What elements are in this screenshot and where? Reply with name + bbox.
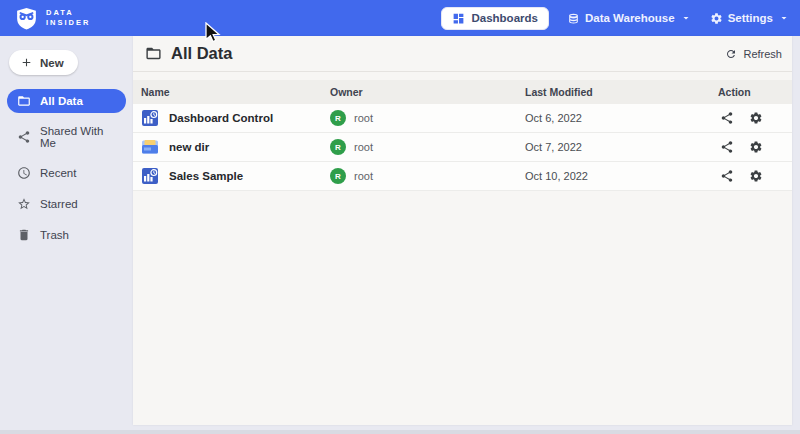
sidebar-item-shared-with-me[interactable]: Shared With Me [7, 120, 126, 154]
new-button-label: New [40, 57, 64, 69]
settings-button[interactable] [749, 111, 763, 125]
owner-avatar: R [330, 110, 346, 126]
owner-name: root [354, 170, 373, 182]
owner-name: root [354, 112, 373, 124]
logo-line-1: DATA [46, 8, 90, 18]
settings-button[interactable] [749, 169, 763, 183]
dashboards-button[interactable]: Dashboards [441, 7, 548, 30]
trash-icon [17, 228, 31, 242]
clock-icon [17, 166, 31, 180]
chevron-down-icon [680, 12, 692, 24]
share-button[interactable] [720, 169, 734, 183]
new-button[interactable]: New [9, 50, 78, 75]
gear-icon [749, 140, 763, 154]
settings-menu[interactable]: Settings [710, 12, 790, 25]
table-row[interactable]: Dashboard Control R root Oct 6, 2022 [133, 104, 792, 133]
file-name[interactable]: Sales Sample [169, 170, 243, 182]
dashboard-file-icon [141, 109, 159, 127]
settings-button[interactable] [749, 140, 763, 154]
share-icon [720, 169, 734, 183]
share-icon [720, 111, 734, 125]
sidebar-item-starred[interactable]: Starred [7, 192, 126, 216]
sidebar-item-label: Starred [40, 198, 78, 210]
app-logo-text: DATA INSIDER [46, 8, 90, 28]
content-header: All Data Refresh [133, 36, 792, 72]
file-name[interactable]: new dir [169, 141, 209, 153]
owner-avatar: R [330, 168, 346, 184]
dashboards-label: Dashboards [471, 12, 537, 24]
sidebar-item-all-data[interactable]: All Data [7, 89, 126, 113]
chevron-down-icon [778, 12, 790, 24]
table-row[interactable]: Sales Sample R root Oct 10, 2022 [133, 162, 792, 191]
page-title: All Data [171, 44, 725, 63]
table-header-row: Name Owner Last Modified Action [133, 80, 792, 104]
last-modified: Oct 7, 2022 [525, 141, 718, 153]
share-icon [17, 130, 31, 144]
sidebar-item-label: Trash [40, 229, 69, 241]
folder-file-icon [141, 138, 159, 156]
owner-avatar: R [330, 139, 346, 155]
folder-icon [145, 45, 162, 62]
gear-icon [749, 111, 763, 125]
settings-label: Settings [728, 12, 773, 24]
star-icon [17, 197, 31, 211]
top-app-bar: DATA INSIDER Dashboards Data Warehouse S… [0, 0, 800, 36]
plus-icon [20, 56, 33, 69]
files-table: Name Owner Last Modified Action Dashboar… [133, 80, 792, 191]
logo-line-2: INSIDER [46, 18, 90, 28]
refresh-button[interactable]: Refresh [725, 48, 782, 60]
column-header-action: Action [718, 86, 792, 98]
top-navigation: Dashboards Data Warehouse Settings [441, 7, 790, 30]
sidebar-item-trash[interactable]: Trash [7, 223, 126, 247]
column-header-name: Name [133, 86, 330, 98]
sidebar-item-label: Shared With Me [40, 125, 116, 149]
sidebar-nav: All Data Shared With Me Recent Starred T… [7, 89, 126, 247]
share-button[interactable] [720, 111, 734, 125]
refresh-label: Refresh [743, 48, 782, 60]
database-icon [567, 12, 580, 25]
column-header-owner: Owner [330, 86, 525, 98]
dashboard-file-icon [141, 167, 159, 185]
owner-name: root [354, 141, 373, 153]
window-bottom-edge [0, 430, 800, 434]
sidebar-item-label: All Data [40, 95, 83, 107]
gear-icon [749, 169, 763, 183]
gear-icon [710, 12, 723, 25]
share-icon [720, 140, 734, 154]
last-modified: Oct 10, 2022 [525, 170, 718, 182]
data-warehouse-menu[interactable]: Data Warehouse [567, 12, 692, 25]
main-content: All Data Refresh Name Owner Last Modifie… [133, 36, 792, 425]
sidebar-item-label: Recent [40, 167, 76, 179]
data-warehouse-label: Data Warehouse [585, 12, 675, 24]
refresh-icon [725, 48, 737, 60]
sidebar-item-recent[interactable]: Recent [7, 161, 126, 185]
table-row[interactable]: new dir R root Oct 7, 2022 [133, 133, 792, 162]
folder-icon [17, 94, 31, 108]
sidebar: New All Data Shared With Me Recent Starr… [0, 36, 133, 434]
app-logo: DATA INSIDER [14, 6, 90, 31]
column-header-last-modified: Last Modified [525, 86, 718, 98]
owl-logo-icon [14, 6, 39, 31]
file-name[interactable]: Dashboard Control [169, 112, 273, 124]
last-modified: Oct 6, 2022 [525, 112, 718, 124]
dashboard-grid-icon [452, 12, 465, 25]
share-button[interactable] [720, 140, 734, 154]
